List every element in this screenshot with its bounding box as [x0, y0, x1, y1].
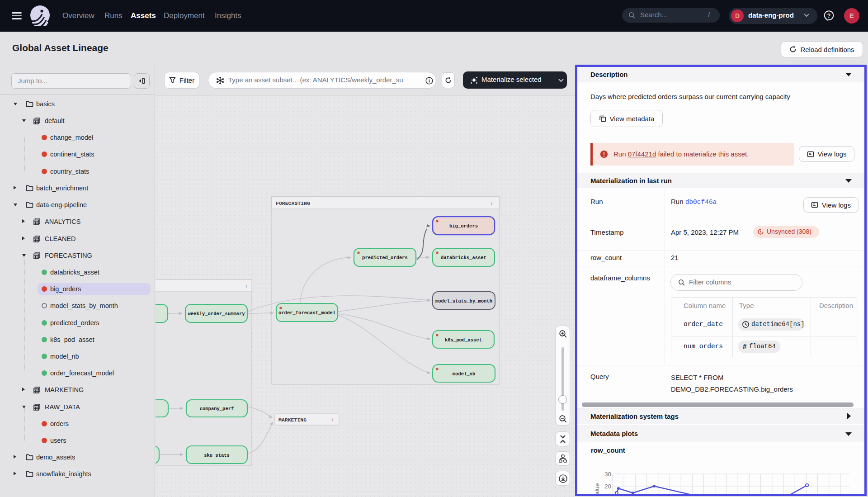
svg-text:FORECASTING: FORECASTING — [276, 200, 310, 206]
svg-text:10: 10 — [604, 495, 611, 496]
svg-text:20: 20 — [604, 483, 611, 490]
svg-text:big_orders: big_orders — [449, 223, 478, 229]
svg-text:k8s_pod_asset: k8s_pod_asset — [445, 337, 482, 343]
svg-text:↕: ↕ — [245, 284, 248, 289]
svg-text:company_perf: company_perf — [200, 406, 234, 412]
svg-text:MARKETING: MARKETING — [278, 417, 307, 423]
svg-text:weekly_order_summary: weekly_order_summary — [188, 311, 245, 317]
svg-text:predicted_orders: predicted_orders — [362, 255, 408, 260]
svg-text:order_forecast_model: order_forecast_model — [278, 310, 335, 316]
svg-text:30: 30 — [604, 471, 611, 478]
svg-text:model_nb: model_nb — [453, 371, 475, 377]
svg-text:↕: ↕ — [491, 201, 493, 206]
svg-text:?: ? — [827, 12, 831, 19]
svg-text:sku_stats: sku_stats — [204, 453, 230, 458]
svg-text:Value: Value — [594, 483, 600, 496]
svg-text:↕: ↕ — [331, 417, 334, 422]
svg-text:model_stats_by_month: model_stats_by_month — [435, 298, 492, 304]
svg-text:databricks_asset: databricks_asset — [441, 255, 486, 260]
